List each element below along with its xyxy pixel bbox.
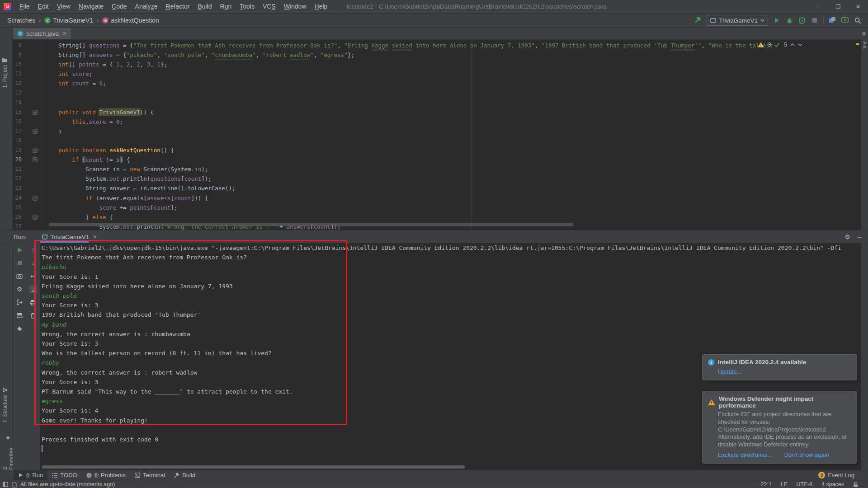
status-message: All files are up-to-date (moments ago) [20,481,115,488]
stop-process-button[interactable] [15,259,24,267]
console-horizontal-scrollbar[interactable] [42,465,465,469]
menu-view[interactable]: View [53,0,75,13]
code-token: }; [160,61,167,68]
menu-help[interactable]: Help [311,0,332,13]
indent-setting[interactable]: 4 spaces [821,481,844,488]
prev-issue-icon[interactable] [790,43,795,46]
close-run-tab-icon[interactable]: ✕ [93,234,97,240]
hide-panel-icon[interactable]: ─ [858,234,862,240]
code-token [388,42,392,49]
inspection-widget[interactable]: 3 5 [758,42,802,48]
code-token: () { [140,109,154,116]
clear-all-trash-icon[interactable] [29,311,37,319]
code-token: count [85,156,103,163]
menu-refactor[interactable]: Refactor [161,0,193,13]
event-log-button[interactable]: 2 Event Log [818,472,854,479]
menu-edit[interactable]: Edit [34,0,53,13]
code-token: count [154,204,171,211]
fold-marker[interactable]: − [33,215,38,220]
code-token: = [106,118,117,125]
run-settings-gear-icon[interactable]: ⚙ [844,233,850,240]
gear-icon[interactable]: ⚙ [862,31,866,37]
breadcrumb-item-asknextquestion[interactable]: maskNextQuestion [101,17,160,24]
code-line: 12 int count = 0; [13,79,861,88]
tool-window-switcher-icon[interactable] [3,482,8,487]
tool-window-structure-button[interactable]: 7: Structure [2,387,8,423]
window-title: leetcode2 - C:\Users\Gabriel2\AppData\Ro… [347,3,606,10]
print-icon[interactable] [29,298,37,306]
code-token: , [120,61,127,68]
down-stacktrace-icon[interactable]: ↓ [29,259,37,267]
fold-marker[interactable]: − [33,157,38,162]
code-token: ); [201,166,208,173]
code-token: public void [58,109,99,116]
close-tab-icon[interactable]: ✕ [62,31,66,37]
debug-button[interactable] [785,16,793,24]
code-token: , [337,42,344,49]
run-config-select[interactable]: TriviaGameV1 [707,15,768,26]
editor-horizontal-scrollbar[interactable] [49,223,573,226]
menu-code[interactable]: Code [108,0,131,13]
tool-window-ant-button[interactable]: Ant [862,41,868,49]
tool-window-button-terminal[interactable]: Terminal [130,470,170,480]
tool-window-button-todo[interactable]: TODO [47,470,81,480]
fold-marker[interactable]: − [33,110,38,115]
thread-dump-camera-icon[interactable] [15,272,24,280]
project-structure-button[interactable] [828,16,836,24]
fold-marker[interactable]: − [33,196,38,201]
fold-marker[interactable]: − [33,148,38,153]
lock-icon[interactable] [853,482,858,488]
fold-marker[interactable]: − [33,129,38,134]
restore-layout-icon[interactable] [15,311,24,319]
pin-icon[interactable] [15,324,24,333]
file-encoding[interactable]: UTF-8 [797,481,812,488]
terminal-icon [135,473,140,478]
menu-window[interactable]: Window [280,0,311,13]
menu-file[interactable]: File [15,0,34,13]
notification-link-don-t-show-again[interactable]: Don't show again [784,451,829,458]
run-panel-label: Run: [14,234,27,240]
caret-position[interactable]: 22:1 [761,481,772,488]
tool-window-button-build[interactable]: Build [170,470,200,480]
tool-window-button-6-problems[interactable]: 6: Problems [82,470,130,480]
close-button[interactable]: ✕ [848,0,868,13]
menu-run[interactable]: Run [216,0,236,13]
menu-tools[interactable]: Tools [236,0,259,13]
build-hammer-icon[interactable] [694,16,702,24]
presentation-button[interactable] [841,16,849,24]
menu-build[interactable]: Build [193,0,216,13]
minimize-button[interactable]: ─ [808,0,828,13]
menu-vcs[interactable]: VCS [259,0,280,13]
code-editor[interactable]: 8 String[] questions = {"The first Pokem… [13,40,861,230]
rerun-button[interactable] [15,246,24,254]
search-everywhere-button[interactable] [854,16,862,24]
tab-scratch-java[interactable]: C scratch.java ✕ [13,28,71,39]
breadcrumb-item-scratches[interactable]: Scratches [6,17,36,24]
profiler-gear-icon[interactable]: ⚙ [15,285,24,293]
line-ending[interactable]: LF [781,481,788,488]
list-icon [52,473,57,478]
code-token: , [140,61,147,68]
stop-button[interactable] [811,16,819,24]
up-stacktrace-icon[interactable]: ↑ [29,246,37,254]
menu-analyze[interactable]: Analyze [131,0,162,13]
code-token: 5 [116,156,120,163]
menu-navigate[interactable]: Navigate [75,0,108,13]
exit-icon[interactable] [15,298,24,306]
tool-window-project-button[interactable]: 1: Project [2,57,8,88]
java-class-icon: C [17,30,24,37]
scroll-to-end-icon[interactable]: ↓ [29,285,37,293]
coverage-button[interactable] [798,16,806,24]
soft-wrap-icon[interactable]: ↵ [29,272,37,280]
breadcrumb-item-triviagamev1[interactable]: CTriviaGameV1 [43,17,94,24]
build-icon [174,473,179,478]
code-token: askNextQuestion [109,147,160,154]
notification-link-update-[interactable]: Update... [718,368,742,375]
notification-link-exclude-directories-[interactable]: Exclude directories... [718,451,773,458]
run-button[interactable] [773,16,781,24]
next-issue-icon[interactable] [798,43,802,46]
code-token: 1 [116,61,120,68]
code-token [45,80,58,87]
tool-window-button-4-run[interactable]: 4: Run [14,470,47,480]
maximize-button[interactable]: ❐ [828,0,848,13]
